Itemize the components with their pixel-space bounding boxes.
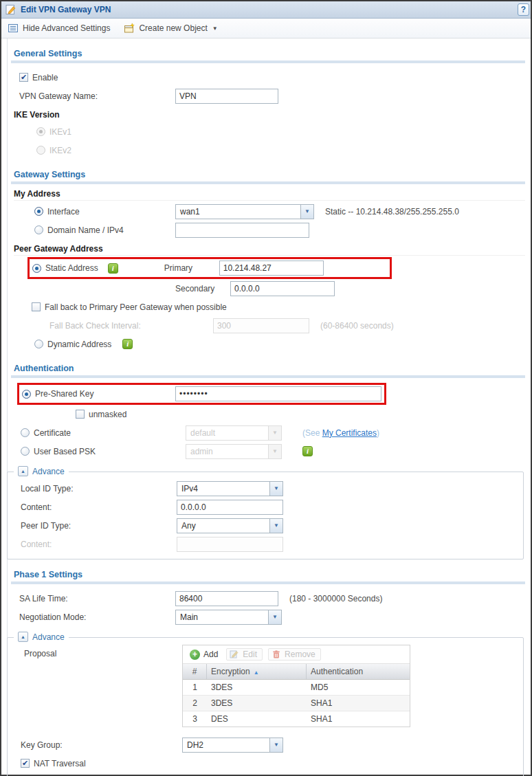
proposal-row: Proposal + Add Edit [24,645,523,727]
negotiation-mode-select[interactable]: Main ▼ [175,610,282,625]
proposal-table: + Add Edit R [182,645,410,727]
user-based-psk-select[interactable]: admin ▼ [186,444,282,459]
enable-checkbox[interactable]: ✔ [19,73,28,82]
vpn-gateway-name-row: VPN Gateway Name: [19,87,525,105]
table-row[interactable]: 2 3DES SHA1 [183,696,410,711]
static-address-label: Static Address [45,263,98,273]
dialog-content: General Settings ✔ Enable VPN Gateway Na… [7,38,531,776]
pre-shared-key-input[interactable] [175,386,381,401]
local-id-type-label: Local ID Type: [21,484,177,494]
user-based-psk-radio[interactable] [21,447,30,456]
peer-content-row: Content: [21,535,523,553]
add-label: Add [203,650,218,659]
pre-shared-key-radio[interactable] [22,390,31,399]
table-row[interactable]: 1 3DES MD5 [183,680,410,696]
domain-name-input[interactable] [175,223,309,238]
nat-traversal-checkbox[interactable]: ✔ [21,759,30,768]
interface-row: Interface wan1 ▼ Static -- 10.214.48.38/… [34,202,525,221]
dialog-toolbar: Hide Advanced Settings Create new Object… [1,19,531,38]
static-address-radio[interactable] [32,264,41,273]
auth-advance-legend-label: Advance [32,467,65,476]
interface-radio[interactable] [34,207,43,216]
section-divider [11,60,525,63]
section-divider [11,581,525,584]
peer-id-type-row: Peer ID Type: Any ▼ [21,516,523,535]
unmasked-checkbox[interactable]: ✔ [76,410,85,419]
certificate-see-note: (See My Certificates) [302,428,379,438]
create-object-icon [124,23,135,34]
certificate-label: Certificate [34,428,186,438]
fallback-interval-label: Fall Back Check Interval: [49,321,213,331]
chevron-down-icon: ▼ [269,738,282,752]
column-header-authentication[interactable]: Authentication [307,664,410,679]
ikev1-label: IKEv1 [49,127,71,137]
certificate-select[interactable]: default ▼ [186,425,282,441]
enable-row: ✔ Enable [19,68,525,87]
enable-label: Enable [32,73,58,82]
dialog-titlebar: Edit VPN Gateway VPN ? [1,1,531,19]
peer-content-label: Content: [21,540,177,549]
proposal-table-toolbar: + Add Edit R [183,645,410,664]
nat-traversal-row: ✔ NAT Traversal [21,754,523,773]
phase1-advance-legend: ▲ Advance [14,632,69,642]
fallback-row: ✔ Fall back to Primary Peer Gateway when… [32,298,525,316]
collapse-icon[interactable]: ▲ [18,466,28,476]
interface-select[interactable]: wan1 ▼ [175,204,314,219]
static-address-row: Static Address i Primary [27,257,525,279]
unmasked-label: unmasked [89,410,126,419]
create-new-object-button[interactable]: Create new Object ▼ [124,23,217,34]
info-icon[interactable]: i [108,263,118,274]
user-based-psk-label: User Based PSK [34,447,186,456]
local-content-input[interactable] [177,500,283,515]
certificate-radio[interactable] [21,428,30,437]
domain-name-label: Domain Name / IPv4 [47,225,175,235]
remove-button[interactable]: Remove [268,648,321,661]
sa-life-time-label: SA Life Time: [19,594,175,603]
collapse-icon[interactable]: ▲ [18,632,28,642]
certificate-row: Certificate default ▼ (See My Certificat… [21,423,525,442]
secondary-address-row: Secondary [175,279,525,298]
proposal-label: Proposal [24,645,182,658]
chevron-down-icon: ▼ [300,205,313,219]
auth-advance-fieldset: ▲ Advance Local ID Type: IPv4 ▼ Content:… [7,472,524,559]
edit-pencil-icon [5,4,16,15]
interface-label: Interface [47,207,175,217]
interface-select-value: wan1 [176,205,300,219]
local-id-type-value: IPv4 [177,482,269,496]
static-address-highlight: Static Address i Primary [27,257,392,279]
hide-advanced-settings-label: Hide Advanced Settings [23,23,110,33]
my-address-header: My Address [14,189,525,201]
user-based-psk-row: User Based PSK admin ▼ i [21,442,525,461]
help-button[interactable]: ? [518,3,529,16]
ikev2-radio[interactable] [36,146,45,155]
dynamic-address-radio[interactable] [34,340,43,348]
my-certificates-link[interactable]: My Certificates [322,428,377,438]
secondary-address-input[interactable] [230,281,335,296]
edit-button[interactable]: Edit [226,648,263,661]
table-row[interactable]: 3 DES SHA1 [183,711,410,727]
key-group-select[interactable]: DH2 ▼ [182,738,283,753]
column-header-encryption[interactable]: Encryption▲ [207,664,307,679]
peer-id-type-value: Any [177,519,269,533]
nat-traversal-label: NAT Traversal [34,759,86,768]
key-group-row: Key Group: DH2 ▼ [21,735,523,754]
vpn-gateway-name-input[interactable] [175,89,278,104]
primary-address-input[interactable] [219,260,324,276]
ikev1-radio[interactable] [36,127,45,136]
peer-content-input[interactable] [177,537,283,552]
info-icon[interactable]: i [122,339,133,349]
info-icon[interactable]: i [302,446,313,456]
user-based-psk-select-value: admin [186,445,268,458]
domain-name-radio[interactable] [34,225,43,234]
fallback-checkbox[interactable]: ✔ [32,302,41,311]
local-id-type-select[interactable]: IPv4 ▼ [177,481,283,496]
add-button[interactable]: + Add [187,649,221,661]
fallback-interval-input[interactable] [213,318,309,333]
sa-life-time-input[interactable] [175,591,278,606]
peer-id-type-select[interactable]: Any ▼ [177,518,283,533]
chevron-down-icon: ▼ [268,426,281,440]
proposal-table-header: # Encryption▲ Authentication [183,664,410,680]
chevron-down-icon: ▼ [268,445,281,458]
pre-shared-key-label: Pre-Shared Key [35,389,175,399]
hide-advanced-settings-button[interactable]: Hide Advanced Settings [8,23,110,34]
